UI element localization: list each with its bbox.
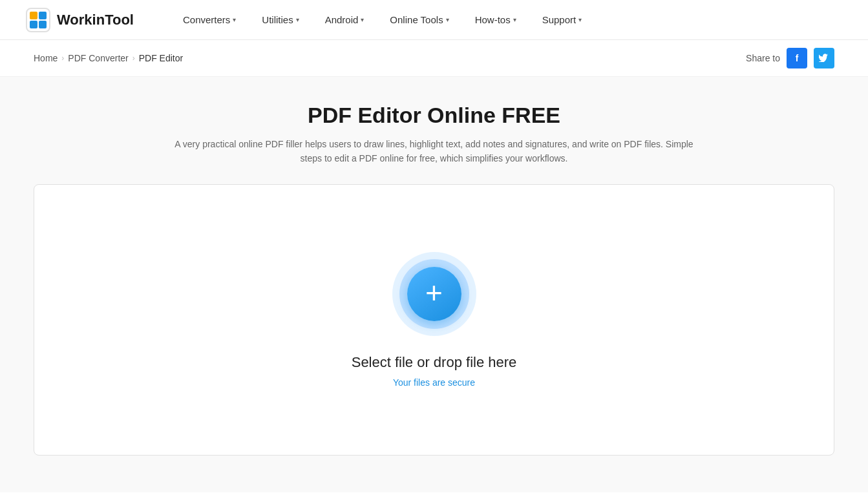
breadcrumb-current: PDF Editor [139, 53, 183, 63]
nav-utilities[interactable]: Utilities ▾ [251, 9, 309, 30]
breadcrumb-home[interactable]: Home [34, 53, 58, 63]
facebook-icon: f [796, 53, 799, 63]
logo-icon [26, 8, 50, 32]
utilities-chevron-icon: ▾ [296, 16, 299, 23]
upload-icon-inner-circle: + [407, 267, 461, 321]
nav-how-tos[interactable]: How-tos ▾ [465, 9, 527, 30]
nav-android[interactable]: Android ▾ [315, 9, 375, 30]
facebook-share-button[interactable]: f [787, 48, 807, 68]
nav-online-tools[interactable]: Online Tools ▾ [379, 9, 459, 30]
main-nav: Converters ▾ Utilities ▾ Android ▾ Onlin… [173, 9, 842, 30]
logo[interactable]: WorkinTool [26, 8, 134, 32]
android-chevron-icon: ▾ [361, 16, 364, 23]
converters-chevron-icon: ▾ [233, 16, 236, 23]
share-label: Share to [746, 53, 780, 63]
plus-icon: + [425, 278, 443, 308]
support-chevron-icon: ▾ [578, 16, 582, 23]
svg-rect-3 [30, 21, 37, 28]
upload-secure-text: Your files are secure [393, 377, 475, 388]
how-tos-chevron-icon: ▾ [513, 16, 516, 23]
online-tools-chevron-icon: ▾ [446, 16, 449, 23]
page-title: PDF Editor Online FREE [34, 103, 834, 128]
page-title-section: PDF Editor Online FREE A very practical … [34, 103, 834, 166]
upload-label: Select file or drop file here [352, 354, 517, 371]
brand-name: WorkinTool [57, 12, 134, 28]
upload-icon-outer-ring: + [392, 252, 476, 336]
twitter-share-button[interactable] [814, 48, 834, 68]
breadcrumb-sep-1: › [61, 54, 64, 63]
svg-rect-4 [39, 21, 47, 28]
nav-converters[interactable]: Converters ▾ [173, 9, 246, 30]
svg-rect-1 [30, 12, 37, 19]
breadcrumb-bar: Home › PDF Converter › PDF Editor Share … [0, 40, 868, 77]
upload-icon-mid-ring: + [399, 259, 469, 329]
share-area: Share to f [746, 48, 834, 68]
nav-support[interactable]: Support ▾ [532, 9, 593, 30]
breadcrumb: Home › PDF Converter › PDF Editor [34, 53, 183, 63]
breadcrumb-sep-2: › [132, 54, 135, 63]
page-description: A very practical online PDF filler helps… [169, 137, 699, 166]
svg-rect-2 [39, 12, 47, 19]
breadcrumb-pdf-converter[interactable]: PDF Converter [68, 53, 128, 63]
upload-area[interactable]: + Select file or drop file here Your fil… [34, 184, 834, 456]
twitter-icon [819, 53, 829, 64]
main-content: PDF Editor Online FREE A very practical … [0, 77, 868, 492]
